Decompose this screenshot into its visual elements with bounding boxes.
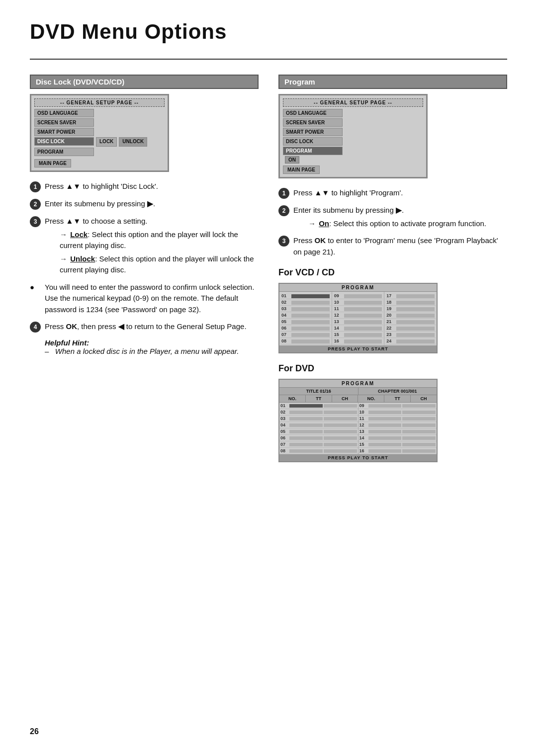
dvd-table-body: 01 02 03 04 05 06 07 08 09 10 11 12 13 1… <box>279 403 437 454</box>
vcd-row-02: 02 <box>280 299 331 306</box>
vcd-col-2: 09 10 11 12 13 14 15 16 <box>332 292 385 345</box>
program-row: PROGRAM ON <box>283 147 423 164</box>
vcd-row-08: 08 <box>280 338 331 344</box>
smart-power-item-r: SMART POWER <box>283 128 343 136</box>
password-text: You will need to enter the password to c… <box>45 282 259 316</box>
vcd-program-table: PROGRAM 01 02 03 04 05 06 07 08 09 10 11… <box>278 283 438 353</box>
on-badge: ON <box>285 156 299 164</box>
dvd-tt-col: TT <box>306 395 332 402</box>
dvd-tt2-col: TT <box>384 395 411 402</box>
vcd-row-07: 07 <box>280 332 331 338</box>
program-instructions: 1 Press ▲▼ to highlight 'Program'. 2 Ent… <box>278 187 507 257</box>
on-label: On <box>319 219 329 228</box>
vcd-row-24: 24 <box>385 338 436 344</box>
dvd-row-09: 09 <box>358 403 437 409</box>
vcd-row-18: 18 <box>385 299 436 306</box>
program-item: PROGRAM <box>34 148 94 156</box>
unlock-arrow: → <box>60 254 67 263</box>
step-2-text: Enter its submenu by pressing ▶. <box>45 198 155 210</box>
program-header: Program <box>278 75 507 89</box>
vcd-row-19: 19 <box>385 306 436 312</box>
disc-lock-item-r: DISC LOCK <box>283 137 343 146</box>
vcd-table-footer: PRESS PLAY TO START <box>279 345 437 352</box>
dvd-row-14: 14 <box>358 435 437 441</box>
dvd-row-16: 16 <box>358 448 437 454</box>
osd-language-item: OSD LANGUAGE <box>34 109 94 117</box>
vcd-row-15: 15 <box>333 332 383 338</box>
right-column: Program -- GENERAL SETUP PAGE -- OSD LAN… <box>278 75 507 472</box>
dvd-row-08: 08 <box>279 448 358 454</box>
step-3: 3 Press ▲▼ to choose a setting. → Lock: … <box>30 216 259 276</box>
vcd-row-05: 05 <box>280 319 331 325</box>
dvd-left-col: 01 02 03 04 05 06 07 08 <box>279 403 358 454</box>
step-3-num: 3 <box>30 216 41 227</box>
osd-language-item-r: OSD LANGUAGE <box>283 109 343 117</box>
step-4: 4 Press OK, then press ◀ to return to th… <box>30 321 259 333</box>
step-4-text: Press OK, then press ◀ to return to the … <box>45 321 247 333</box>
dvd-row-05: 05 <box>279 428 358 435</box>
on-arrow: → <box>308 219 316 228</box>
vcd-row-14: 14 <box>333 325 383 332</box>
prog-step-3: 3 Press OK to enter to 'Program' menu (s… <box>278 235 507 257</box>
vcd-row-23: 23 <box>385 332 436 338</box>
password-note: ● You will need to enter the password to… <box>30 282 259 316</box>
step-4-num: 4 <box>30 322 41 333</box>
dvd-row-10: 10 <box>358 409 437 416</box>
step-1-num: 1 <box>30 181 41 192</box>
dvd-program-table: PROGRAM TITLE 01/16 CHAPTER 001/001 NO. … <box>278 379 438 462</box>
vcd-row-12: 12 <box>333 312 383 319</box>
program-menu-screen: -- GENERAL SETUP PAGE -- OSD LANGUAGE SC… <box>278 94 428 178</box>
disc-lock-header: Disc Lock (DVD/VCD/CD) <box>30 75 259 89</box>
dvd-col-headers: NO. TT CH NO. TT CH <box>279 395 437 403</box>
disc-lock-item: DISC LOCK <box>34 137 94 146</box>
prog-step-2-text: Enter its submenu by pressing ▶. <box>293 206 404 214</box>
prog-step-1-text: Press ▲▼ to highlight 'Program'. <box>293 187 403 199</box>
for-vcd-cd-title: For VCD / CD <box>278 267 507 278</box>
dvd-title-header: TITLE 01/16 <box>279 388 358 395</box>
vcd-table-body: 01 02 03 04 05 06 07 08 09 10 11 12 13 1… <box>279 292 437 345</box>
screen-saver-item-r: SCREEN SAVER <box>283 118 343 127</box>
disc-lock-row: DISC LOCK LOCK UNLOCK <box>34 137 165 147</box>
vcd-row-06: 06 <box>280 325 331 332</box>
disc-lock-instructions: 1 Press ▲▼ to highlight 'Disc Lock'. 2 E… <box>30 181 259 333</box>
smart-power-item: SMART POWER <box>34 128 94 136</box>
dvd-right-col: 09 10 11 12 13 14 15 16 <box>358 403 437 454</box>
page-title: DVD Menu Options <box>30 20 507 44</box>
for-dvd-title: For DVD <box>278 363 507 374</box>
bullet-spacer: ● <box>30 282 41 293</box>
vcd-row-03: 03 <box>280 306 331 312</box>
dvd-header-row: TITLE 01/16 CHAPTER 001/001 <box>279 388 437 395</box>
disc-lock-menu-screen: -- GENERAL SETUP PAGE -- OSD LANGUAGE SC… <box>30 94 169 172</box>
dvd-chapter-header: CHAPTER 001/001 <box>358 388 437 395</box>
step-2: 2 Enter its submenu by pressing ▶. <box>30 198 259 210</box>
vcd-row-20: 20 <box>385 312 436 319</box>
prog-step-1: 1 Press ▲▼ to highlight 'Program'. <box>278 187 507 199</box>
dvd-table-footer: PRESS PLAY TO START <box>279 454 437 461</box>
program-screen-title: -- GENERAL SETUP PAGE -- <box>283 98 423 107</box>
prog-step-2: 2 Enter its submenu by pressing ▶. → On:… <box>278 205 507 229</box>
step-1-text: Press ▲▼ to highlight 'Disc Lock'. <box>45 181 158 192</box>
vcd-row-16: 16 <box>333 338 383 344</box>
on-sub-instruction: → On: Select this option to activate pro… <box>293 218 486 230</box>
dvd-no-col: NO. <box>279 395 306 402</box>
dvd-row-11: 11 <box>358 416 437 422</box>
vcd-row-17: 17 <box>385 293 436 299</box>
dvd-ch-col: CH <box>332 395 358 402</box>
vcd-row-22: 22 <box>385 325 436 332</box>
lock-label: Lock <box>70 230 88 239</box>
vcd-row-13: 13 <box>333 319 383 325</box>
prog-step-3-num: 3 <box>278 236 289 247</box>
lock-sub-item: LOCK <box>96 137 117 147</box>
hint-text: – When a locked disc is in the Player, a… <box>45 347 259 355</box>
dvd-row-02: 02 <box>279 409 358 416</box>
vcd-row-10: 10 <box>333 299 383 306</box>
vcd-row-01: 01 <box>280 293 331 299</box>
vcd-row-21: 21 <box>385 319 436 325</box>
page-number: 26 <box>30 727 39 736</box>
step-3-content: Press ▲▼ to choose a setting. → Lock: Se… <box>45 216 259 276</box>
dvd-row-15: 15 <box>358 441 437 448</box>
dvd-row-06: 06 <box>279 435 358 441</box>
left-column: Disc Lock (DVD/VCD/CD) -- GENERAL SETUP … <box>30 75 259 355</box>
prog-step-2-content: Enter its submenu by pressing ▶. → On: S… <box>293 205 486 229</box>
lock-sub-instruction: → Lock: Select this option and the playe… <box>45 229 259 252</box>
